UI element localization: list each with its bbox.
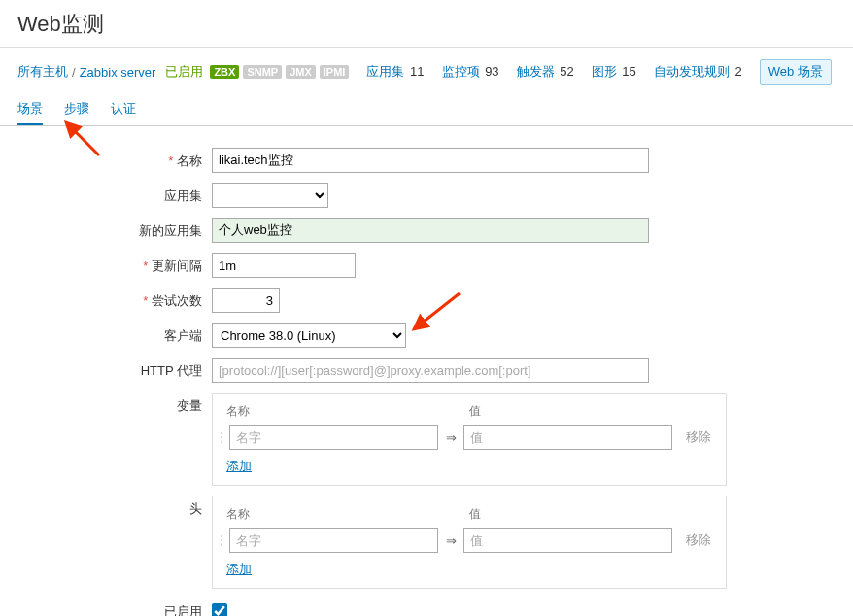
nav-triggers[interactable]: 触发器 52 <box>517 63 574 81</box>
nav-graphs[interactable]: 图形 15 <box>592 63 636 81</box>
tab-auth[interactable]: 认证 <box>111 94 136 125</box>
headers-col-value: 值 <box>469 506 683 523</box>
variables-col-name: 名称 <box>226 403 469 420</box>
nav-discovery[interactable]: 自动发现规则 2 <box>654 63 742 81</box>
arrow-icon: ⇒ <box>438 430 463 445</box>
label-new-appset: 新的应用集 <box>17 218 212 240</box>
label-agent: 客户端 <box>17 323 212 345</box>
header-value-input[interactable] <box>463 528 672 553</box>
label-variables: 变量 <box>17 393 212 415</box>
badge-jmx: JMX <box>286 65 316 79</box>
form-area: 名称 应用集 新的应用集 更新间隔 尝试次数 客户端 Chrome 38.0 ( <box>0 126 853 616</box>
headers-col-name: 名称 <box>226 506 469 523</box>
drag-handle-icon[interactable]: ⋮⋮ <box>215 429 226 445</box>
badge-snmp: SNMP <box>243 65 282 79</box>
attempts-input[interactable] <box>212 288 280 313</box>
tab-steps[interactable]: 步骤 <box>64 94 89 125</box>
label-interval: 更新间隔 <box>17 253 212 275</box>
header-name-input[interactable] <box>229 528 438 553</box>
header-remove-link[interactable]: 移除 <box>686 531 711 549</box>
variables-panel: 名称 值 ⋮⋮ ⇒ 移除 添加 <box>212 393 727 486</box>
nav-items[interactable]: 监控项 93 <box>442 63 499 81</box>
nav-web-scenario[interactable]: Web 场景 <box>760 59 832 85</box>
new-appset-input[interactable] <box>212 218 649 243</box>
page-title: Web监测 <box>0 0 853 48</box>
agent-select[interactable]: Chrome 38.0 (Linux) <box>212 323 406 348</box>
name-input[interactable] <box>212 148 649 173</box>
breadcrumb-host[interactable]: Zabbix server <box>80 65 156 80</box>
label-appset: 应用集 <box>17 183 212 205</box>
label-headers: 头 <box>17 496 212 518</box>
label-name: 名称 <box>17 148 212 170</box>
header-add-link[interactable]: 添加 <box>226 562 252 576</box>
variable-add-link[interactable]: 添加 <box>226 459 252 473</box>
arrow-icon: ⇒ <box>438 533 463 548</box>
badge-zbx: ZBX <box>210 65 239 79</box>
http-proxy-input[interactable] <box>212 358 649 383</box>
tabs: 场景 步骤 认证 <box>0 94 853 126</box>
host-nav-bar: 所有主机 / Zabbix server 已启用 ZBX SNMP JMX IP… <box>0 48 853 94</box>
nav-appsets[interactable]: 应用集 11 <box>366 63 424 81</box>
breadcrumb-all-hosts[interactable]: 所有主机 <box>17 63 68 81</box>
breadcrumb-separator: / <box>72 65 76 80</box>
label-http-proxy: HTTP 代理 <box>17 358 212 380</box>
enabled-checkbox[interactable] <box>212 603 227 616</box>
appset-select[interactable] <box>212 183 328 208</box>
variable-name-input[interactable] <box>229 425 438 450</box>
status-enabled: 已启用 <box>165 63 203 81</box>
headers-panel: 名称 值 ⋮⋮ ⇒ 移除 添加 <box>212 496 727 589</box>
variable-row: ⋮⋮ ⇒ 移除 <box>226 425 712 450</box>
drag-handle-icon[interactable]: ⋮⋮ <box>215 532 226 548</box>
variables-col-value: 值 <box>469 403 683 420</box>
header-row: ⋮⋮ ⇒ 移除 <box>226 528 712 553</box>
label-attempts: 尝试次数 <box>17 288 212 310</box>
variable-value-input[interactable] <box>463 425 672 450</box>
variable-remove-link[interactable]: 移除 <box>686 428 711 446</box>
interval-input[interactable] <box>212 253 356 278</box>
label-enabled: 已启用 <box>17 599 212 616</box>
tab-scene[interactable]: 场景 <box>17 94 43 125</box>
badge-ipmi: IPMI <box>320 65 350 79</box>
